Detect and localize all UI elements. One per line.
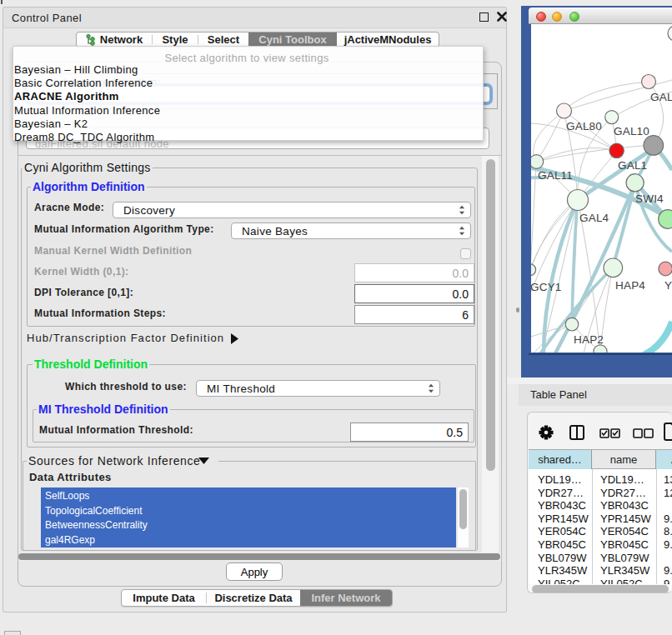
svg-text:GCY1: GCY1 <box>531 281 562 293</box>
svg-text:HAP4: HAP4 <box>615 279 645 292</box>
svg-text:GAL4: GAL4 <box>579 212 609 224</box>
svg-text:GAL80: GAL80 <box>566 120 602 132</box>
svg-text:GAL1: GAL1 <box>618 159 647 172</box>
svg-text:GAL11: GAL11 <box>538 169 573 182</box>
svg-text:Y: Y <box>664 279 672 292</box>
svg-text:GAL10: GAL10 <box>614 125 649 138</box>
svg-text:GAL7: GAL7 <box>650 91 672 103</box>
svg-text:HAP2: HAP2 <box>574 333 604 346</box>
svg-text:SWI4: SWI4 <box>635 192 664 205</box>
